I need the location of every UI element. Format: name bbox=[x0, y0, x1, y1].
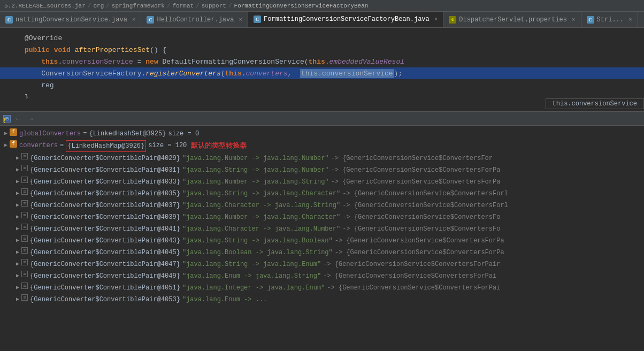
code-line-3: this . conversionService = new DefaultFo… bbox=[0, 56, 644, 67]
var-arrow: "java.lang.Character -> java.lang.String… bbox=[182, 200, 340, 211]
tab-icon-c: C bbox=[254, 16, 261, 23]
breadcrumb-bar: 5.2.RELEASE_sources.jar / org / springfr… bbox=[0, 0, 644, 12]
var-key: {GenericConverter$ConvertiblePair@4047} bbox=[30, 259, 180, 270]
expand-arrow[interactable] bbox=[4, 128, 7, 139]
expand-arrow[interactable] bbox=[4, 140, 7, 151]
expand-arrow[interactable] bbox=[16, 259, 19, 270]
var-key: {GenericConverter$ConvertiblePair@4033} bbox=[30, 177, 180, 187]
var-eq: = bbox=[60, 140, 64, 151]
var-val: -> {GenericConversionService$ConvertersF… bbox=[327, 283, 500, 293]
tab-formattingconversionservicefactorybean[interactable]: C FormattingConversionServiceFactoryBean… bbox=[248, 12, 443, 27]
var-eq: = bbox=[83, 128, 87, 139]
var-arrow: "java.lang.Number -> java.lang.Number" bbox=[182, 153, 329, 164]
var-item-4037: ≡ {GenericConverter$ConvertiblePair@4037… bbox=[0, 200, 644, 211]
var-key: {GenericConverter$ConvertiblePair@4053} bbox=[30, 294, 180, 305]
tab-stri[interactable]: C Stri... × bbox=[581, 12, 638, 27]
code-this: this bbox=[309, 58, 325, 66]
var-value-highlighted: {LinkedHashMap@3926} bbox=[66, 140, 146, 152]
expand-arrow[interactable] bbox=[16, 294, 19, 305]
var-arrow: "java.lang.String -> java.lang.Character… bbox=[182, 188, 340, 199]
tab-label: HelloController.java bbox=[157, 16, 234, 24]
expand-arrow[interactable] bbox=[16, 235, 19, 246]
code-field: embeddedValueResol bbox=[329, 58, 404, 66]
breadcrumb-active: FormattingConversionServiceFactoryBean bbox=[234, 3, 369, 9]
var-item-4051: ≡ {GenericConverter$ConvertiblePair@4051… bbox=[0, 282, 644, 294]
expand-arrow[interactable] bbox=[16, 153, 19, 164]
expand-arrow[interactable] bbox=[16, 177, 19, 187]
var-value: {LinkedHashSet@3925} bbox=[89, 128, 166, 139]
var-key: {GenericConverter$ConvertiblePair@4049} bbox=[30, 271, 180, 281]
var-key: {GenericConverter$ConvertiblePair@4031} bbox=[30, 165, 180, 176]
tab-close[interactable]: × bbox=[434, 16, 438, 22]
expand-arrow[interactable] bbox=[16, 188, 19, 199]
var-key: {GenericConverter$ConvertiblePair@4051} bbox=[30, 283, 180, 293]
tab-hellocontroller[interactable]: C HelloController.java × bbox=[141, 12, 248, 27]
chinese-label-default-converter: 默认的类型转换器 bbox=[191, 140, 247, 151]
var-item-4029: ≡ {GenericConverter$ConvertiblePair@4029… bbox=[0, 152, 644, 164]
code-line-2: public void afterPropertiesSet () { bbox=[0, 44, 644, 56]
breadcrumb-part: 5.2.RELEASE_sources.jar bbox=[4, 3, 86, 9]
tab-close[interactable]: × bbox=[132, 17, 136, 23]
expand-arrow[interactable] bbox=[16, 283, 19, 293]
expand-arrow[interactable] bbox=[16, 271, 19, 281]
tooltip-box: this.conversionService bbox=[546, 98, 644, 109]
variables-panel: f globalConverters = {LinkedHashSet@3925… bbox=[0, 126, 644, 351]
var-arrow: "java.lang.String -> java.lang.Enum" bbox=[182, 259, 321, 270]
breadcrumb-sep: / bbox=[228, 3, 232, 9]
warning-icon: ! bbox=[2, 117, 6, 125]
expand-arrow[interactable] bbox=[16, 200, 19, 211]
var-item-4035: ≡ {GenericConverter$ConvertiblePair@4035… bbox=[0, 188, 644, 200]
tab-label: nattingConversionService.java bbox=[16, 16, 127, 24]
var-arrow: "java.lang.Enum -> ... bbox=[182, 294, 267, 305]
var-item-4031: ≡ {GenericConverter$ConvertiblePair@4031… bbox=[0, 164, 644, 176]
tab-nattingconversionservice[interactable]: C nattingConversionService.java × bbox=[0, 12, 141, 27]
var-item-4041: ≡ {GenericConverter$ConvertiblePair@4041… bbox=[0, 223, 644, 235]
var-val: -> {GenericConversionService$ConvertersF… bbox=[342, 188, 508, 199]
list-icon: ≡ bbox=[21, 259, 28, 265]
list-icon: ≡ bbox=[21, 153, 28, 159]
tab-icon-c: C bbox=[5, 16, 13, 24]
var-arrow: "java.lang.Boolean -> java.lang.String" bbox=[182, 247, 333, 258]
expand-arrow[interactable] bbox=[16, 247, 19, 258]
expand-arrow[interactable] bbox=[16, 165, 19, 176]
var-arrow: "java.lang.String -> java.lang.Boolean" bbox=[182, 235, 333, 246]
tab-icon-props: ⚙ bbox=[449, 16, 456, 24]
code-keyword: void bbox=[54, 46, 71, 54]
var-item-4033: ≡ {GenericConverter$ConvertiblePair@4033… bbox=[0, 176, 644, 188]
var-arrow: "java.lang.Enum -> java.lang.String" bbox=[182, 271, 321, 281]
var-item-4047: ≡ {GenericConverter$ConvertiblePair@4047… bbox=[0, 258, 644, 270]
code-keyword: new bbox=[145, 58, 158, 66]
var-key: {GenericConverter$ConvertiblePair@4045} bbox=[30, 247, 180, 258]
code-editor: @Override public void afterPropertiesSet… bbox=[0, 28, 644, 98]
code-brace: } bbox=[25, 93, 29, 99]
code-field: converters bbox=[246, 70, 288, 78]
tab-close[interactable]: × bbox=[572, 17, 576, 23]
var-val: -> {GenericConversionService$ConvertersF… bbox=[342, 224, 500, 234]
debug-forward-button[interactable]: → bbox=[26, 114, 36, 124]
code-classname: ConversionServiceFactory bbox=[41, 70, 141, 78]
tab-close[interactable]: × bbox=[628, 17, 632, 23]
list-icon: ≡ bbox=[21, 283, 28, 289]
var-val: -> {GenericConversionService$ConvertersF… bbox=[331, 165, 501, 176]
var-val: -> {GenericConversionService$ConvertersF… bbox=[335, 247, 504, 258]
debug-back-button[interactable]: ← bbox=[13, 114, 24, 124]
tab-icon-c: C bbox=[147, 16, 154, 24]
var-size: size = 0 bbox=[168, 128, 199, 139]
code-classname: DefaultFormattingConversionService bbox=[163, 58, 304, 66]
breadcrumb-sep: / bbox=[88, 3, 91, 9]
expand-arrow[interactable] bbox=[16, 224, 19, 234]
code-annotation: @Override bbox=[25, 34, 62, 42]
breadcrumb-sep: / bbox=[196, 3, 200, 9]
list-icon: ≡ bbox=[21, 224, 28, 230]
tab-icon-c: C bbox=[587, 16, 594, 24]
code-param-highlighted: this.conversionService bbox=[300, 69, 394, 78]
var-size: size = 120 bbox=[148, 140, 187, 151]
breadcrumb-part: support bbox=[202, 3, 226, 9]
expand-arrow[interactable] bbox=[16, 212, 19, 223]
code-line-5: reg bbox=[0, 79, 644, 91]
code-static-method: registerConverters bbox=[145, 70, 220, 78]
var-val: -> {GenericConversionService$ConvertersF… bbox=[342, 200, 508, 211]
tab-dispatcherservlet-properties[interactable]: ⚙ DispatcherServlet.properties × bbox=[443, 12, 581, 27]
code-method: afterPropertiesSet bbox=[75, 46, 150, 54]
tab-close[interactable]: × bbox=[239, 17, 242, 23]
